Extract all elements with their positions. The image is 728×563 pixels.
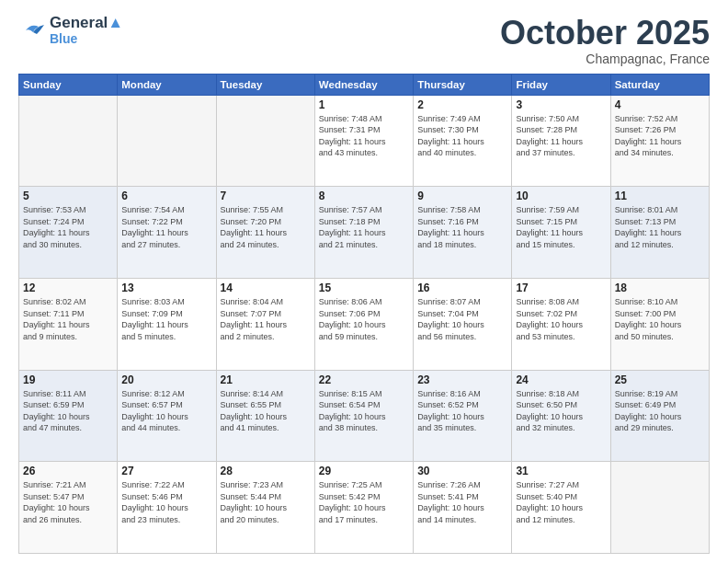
col-friday: Friday — [512, 74, 610, 95]
title-block: October 2025 Champagnac, France — [500, 15, 710, 66]
day-info: Sunrise: 8:19 AM Sunset: 6:49 PM Dayligh… — [615, 388, 705, 434]
day-info: Sunrise: 8:04 AM Sunset: 7:07 PM Dayligh… — [221, 296, 311, 342]
logo: General▲ Blue — [18, 15, 123, 46]
day-number: 15 — [319, 282, 409, 294]
calendar-cell: 6Sunrise: 7:54 AM Sunset: 7:22 PM Daylig… — [118, 187, 216, 279]
calendar-week-3: 12Sunrise: 8:02 AM Sunset: 7:11 PM Dayli… — [19, 278, 710, 370]
day-number: 7 — [221, 190, 311, 202]
day-info: Sunrise: 8:10 AM Sunset: 7:00 PM Dayligh… — [615, 296, 705, 342]
day-info: Sunrise: 7:50 AM Sunset: 7:28 PM Dayligh… — [516, 113, 606, 159]
day-info: Sunrise: 8:03 AM Sunset: 7:09 PM Dayligh… — [121, 296, 211, 342]
day-number: 17 — [516, 282, 606, 294]
day-number: 13 — [121, 282, 211, 294]
month-title: October 2025 — [500, 15, 710, 52]
day-number: 21 — [221, 373, 311, 386]
calendar-cell: 5Sunrise: 7:53 AM Sunset: 7:24 PM Daylig… — [19, 187, 118, 279]
day-number: 24 — [516, 373, 606, 386]
day-number: 2 — [417, 98, 507, 111]
calendar-cell: 28Sunrise: 7:23 AM Sunset: 5:44 PM Dayli… — [216, 462, 314, 554]
day-number: 9 — [417, 190, 507, 202]
calendar-cell: 4Sunrise: 7:52 AM Sunset: 7:26 PM Daylig… — [610, 95, 709, 187]
calendar-cell: 30Sunrise: 7:26 AM Sunset: 5:41 PM Dayli… — [414, 462, 512, 554]
day-info: Sunrise: 7:26 AM Sunset: 5:41 PM Dayligh… — [417, 479, 507, 525]
day-number: 18 — [615, 282, 705, 294]
calendar-cell: 27Sunrise: 7:22 AM Sunset: 5:46 PM Dayli… — [118, 462, 216, 554]
day-number: 26 — [23, 465, 113, 477]
day-info: Sunrise: 7:22 AM Sunset: 5:46 PM Dayligh… — [121, 479, 211, 525]
day-info: Sunrise: 7:57 AM Sunset: 7:18 PM Dayligh… — [319, 204, 409, 250]
calendar-cell: 19Sunrise: 8:11 AM Sunset: 6:59 PM Dayli… — [19, 370, 118, 462]
col-tuesday: Tuesday — [216, 74, 314, 95]
day-number: 25 — [615, 373, 705, 386]
day-number: 16 — [417, 282, 507, 294]
day-info: Sunrise: 8:07 AM Sunset: 7:04 PM Dayligh… — [417, 296, 507, 342]
day-info: Sunrise: 7:58 AM Sunset: 7:16 PM Dayligh… — [417, 204, 507, 250]
day-number: 28 — [221, 465, 311, 477]
day-info: Sunrise: 7:52 AM Sunset: 7:26 PM Dayligh… — [615, 113, 705, 159]
calendar-cell: 21Sunrise: 8:14 AM Sunset: 6:55 PM Dayli… — [216, 370, 314, 462]
day-info: Sunrise: 8:02 AM Sunset: 7:11 PM Dayligh… — [23, 296, 113, 342]
calendar-cell — [216, 95, 314, 187]
calendar-cell: 11Sunrise: 8:01 AM Sunset: 7:13 PM Dayli… — [610, 187, 709, 279]
location: Champagnac, France — [500, 52, 710, 66]
calendar-cell: 17Sunrise: 8:08 AM Sunset: 7:02 PM Dayli… — [512, 278, 610, 370]
calendar-cell: 14Sunrise: 8:04 AM Sunset: 7:07 PM Dayli… — [216, 278, 314, 370]
calendar-cell: 24Sunrise: 8:18 AM Sunset: 6:50 PM Dayli… — [512, 370, 610, 462]
day-number: 30 — [417, 465, 507, 477]
day-number: 3 — [516, 98, 606, 111]
col-saturday: Saturday — [610, 74, 709, 95]
calendar-cell: 15Sunrise: 8:06 AM Sunset: 7:06 PM Dayli… — [314, 278, 413, 370]
day-info: Sunrise: 8:12 AM Sunset: 6:57 PM Dayligh… — [121, 388, 211, 434]
calendar-cell: 18Sunrise: 8:10 AM Sunset: 7:00 PM Dayli… — [610, 278, 709, 370]
col-thursday: Thursday — [414, 74, 512, 95]
day-info: Sunrise: 8:01 AM Sunset: 7:13 PM Dayligh… — [615, 204, 705, 250]
day-number: 29 — [319, 465, 409, 477]
calendar-cell: 25Sunrise: 8:19 AM Sunset: 6:49 PM Dayli… — [610, 370, 709, 462]
calendar-cell: 10Sunrise: 7:59 AM Sunset: 7:15 PM Dayli… — [512, 187, 610, 279]
calendar-cell: 29Sunrise: 7:25 AM Sunset: 5:42 PM Dayli… — [314, 462, 413, 554]
day-number: 20 — [121, 373, 211, 386]
day-number: 19 — [23, 373, 113, 386]
calendar-cell — [19, 95, 118, 187]
day-info: Sunrise: 8:16 AM Sunset: 6:52 PM Dayligh… — [417, 388, 507, 434]
day-info: Sunrise: 7:53 AM Sunset: 7:24 PM Dayligh… — [23, 204, 113, 250]
col-wednesday: Wednesday — [314, 74, 413, 95]
calendar-cell: 23Sunrise: 8:16 AM Sunset: 6:52 PM Dayli… — [414, 370, 512, 462]
calendar-cell: 2Sunrise: 7:49 AM Sunset: 7:30 PM Daylig… — [414, 95, 512, 187]
calendar-cell: 9Sunrise: 7:58 AM Sunset: 7:16 PM Daylig… — [414, 187, 512, 279]
day-number: 27 — [121, 465, 211, 477]
day-info: Sunrise: 7:59 AM Sunset: 7:15 PM Dayligh… — [516, 204, 606, 250]
day-number: 14 — [221, 282, 311, 294]
calendar-cell: 12Sunrise: 8:02 AM Sunset: 7:11 PM Dayli… — [19, 278, 118, 370]
day-number: 4 — [615, 98, 705, 111]
calendar-cell: 1Sunrise: 7:48 AM Sunset: 7:31 PM Daylig… — [314, 95, 413, 187]
day-info: Sunrise: 8:08 AM Sunset: 7:02 PM Dayligh… — [516, 296, 606, 342]
calendar-cell: 16Sunrise: 8:07 AM Sunset: 7:04 PM Dayli… — [414, 278, 512, 370]
calendar-cell: 26Sunrise: 7:21 AM Sunset: 5:47 PM Dayli… — [19, 462, 118, 554]
day-info: Sunrise: 7:54 AM Sunset: 7:22 PM Dayligh… — [121, 204, 211, 250]
calendar-cell: 31Sunrise: 7:27 AM Sunset: 5:40 PM Dayli… — [512, 462, 610, 554]
calendar-cell: 20Sunrise: 8:12 AM Sunset: 6:57 PM Dayli… — [118, 370, 216, 462]
day-info: Sunrise: 8:06 AM Sunset: 7:06 PM Dayligh… — [319, 296, 409, 342]
calendar-week-5: 26Sunrise: 7:21 AM Sunset: 5:47 PM Dayli… — [19, 462, 710, 554]
day-info: Sunrise: 7:25 AM Sunset: 5:42 PM Dayligh… — [319, 479, 409, 525]
calendar-header-row: Sunday Monday Tuesday Wednesday Thursday… — [19, 74, 710, 95]
day-number: 22 — [319, 373, 409, 386]
day-number: 1 — [319, 98, 409, 111]
calendar-cell: 22Sunrise: 8:15 AM Sunset: 6:54 PM Dayli… — [314, 370, 413, 462]
calendar-week-2: 5Sunrise: 7:53 AM Sunset: 7:24 PM Daylig… — [19, 187, 710, 279]
day-number: 6 — [121, 190, 211, 202]
calendar-table: Sunday Monday Tuesday Wednesday Thursday… — [18, 74, 710, 554]
day-info: Sunrise: 8:14 AM Sunset: 6:55 PM Dayligh… — [221, 388, 311, 434]
day-number: 23 — [417, 373, 507, 386]
calendar-cell: 7Sunrise: 7:55 AM Sunset: 7:20 PM Daylig… — [216, 187, 314, 279]
calendar-cell — [118, 95, 216, 187]
calendar-cell: 13Sunrise: 8:03 AM Sunset: 7:09 PM Dayli… — [118, 278, 216, 370]
day-info: Sunrise: 8:15 AM Sunset: 6:54 PM Dayligh… — [319, 388, 409, 434]
day-info: Sunrise: 7:21 AM Sunset: 5:47 PM Dayligh… — [23, 479, 113, 525]
calendar-week-4: 19Sunrise: 8:11 AM Sunset: 6:59 PM Dayli… — [19, 370, 710, 462]
day-info: Sunrise: 8:11 AM Sunset: 6:59 PM Dayligh… — [23, 388, 113, 434]
day-info: Sunrise: 8:18 AM Sunset: 6:50 PM Dayligh… — [516, 388, 606, 434]
day-number: 10 — [516, 190, 606, 202]
logo-text: General▲ Blue — [50, 15, 123, 46]
